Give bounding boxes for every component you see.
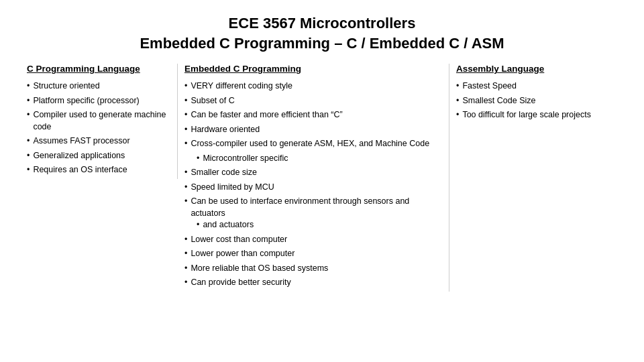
list-item: VERY different coding style [184,80,442,93]
list-item: Microcontroller specific [184,153,442,165]
list-item: Can be faster and more efficient than “C… [184,109,442,121]
list-item: Requires an OS interface [27,164,170,176]
list-item: Too difficult for large scale projects [456,109,617,121]
list-item: Smallest Code Size [456,95,617,107]
page: ECE 3567 Microcontrollers Embedded C Pro… [0,0,644,362]
col-assembly-header: Assembly Language [456,64,617,74]
list-item: Lower cost than computer [184,234,442,246]
list-item: Compiler used to generate machine code [27,109,170,133]
col-assembly-list: Fastest Speed Smallest Code Size Too dif… [456,80,617,121]
list-item: Smaller code size [184,167,442,179]
col-assembly: Assembly Language Fastest Speed Smallest… [449,64,624,124]
col-embedded-c-list: VERY different coding style Subset of C … [184,80,442,289]
list-item: Hardware oriented [184,124,442,136]
col-c-programming-header: C Programming Language [27,64,170,74]
list-item: Platform specific (processor) [27,95,170,107]
list-item: and actuators [184,219,442,231]
list-item: Subset of C [184,95,442,107]
list-item: Assumes FAST processor [27,135,170,147]
list-item: Cross-compiler used to generate ASM, HEX… [184,138,442,150]
list-item: More reliable that OS based systems [184,263,442,275]
list-item: Can provide better security [184,277,442,289]
col-c-programming-list: Structure oriented Platform specific (pr… [27,80,170,176]
col-c-programming: C Programming Language Structure oriente… [20,64,178,179]
list-item: Structure oriented [27,80,170,93]
list-item: Generalized applications [27,150,170,162]
list-item: Fastest Speed [456,80,617,93]
list-item: Can be used to interface environment thr… [184,196,442,219]
col-embedded-c: Embedded C Programming VERY different co… [178,64,449,292]
list-item: Lower power than computer [184,248,442,260]
list-item: Speed limited by MCU [184,182,442,194]
columns-container: C Programming Language Structure oriente… [20,64,624,292]
col-embedded-c-header: Embedded C Programming [184,64,442,74]
page-title: ECE 3567 Microcontrollers Embedded C Pro… [20,13,624,53]
